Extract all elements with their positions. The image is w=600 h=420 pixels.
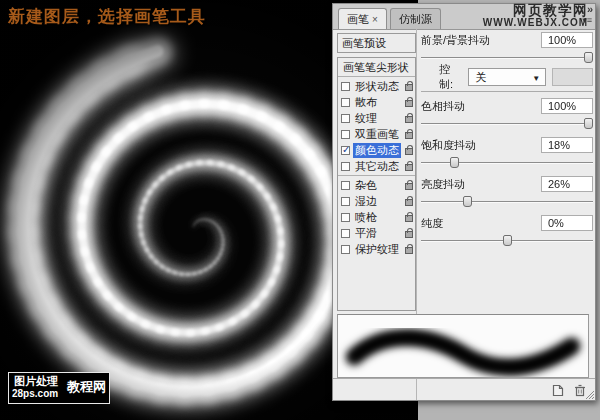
resize-grip-icon[interactable] — [585, 390, 594, 399]
slider-knob[interactable] — [584, 118, 593, 129]
logo-line1: 图片处理 — [14, 374, 58, 389]
checkbox[interactable] — [341, 130, 350, 139]
slider-knob[interactable] — [584, 52, 593, 63]
list-item-label: 纹理 — [353, 111, 379, 126]
list-item-wet-edges[interactable]: 湿边 — [338, 193, 415, 209]
brushes-panel: 画笔× 仿制源 » ▾≡ 画笔预设 画笔笔尖形状 — [332, 3, 596, 401]
checkbox[interactable] — [341, 82, 350, 91]
fg-bg-jitter-label: 前景/背景抖动 — [421, 33, 490, 48]
tab-brushes-label: 画笔 — [347, 13, 369, 25]
stroke-preview-graphic — [338, 315, 588, 377]
28ps-logo: 图片处理 28ps.com 教程网 — [8, 372, 110, 404]
slider-knob[interactable] — [450, 157, 459, 168]
list-item-label: 画笔笔尖形状 — [341, 60, 411, 75]
list-item-shape-dynamics[interactable]: 形状动态 — [338, 78, 415, 94]
list-item-color-dynamics[interactable]: 颜色动态 — [338, 142, 415, 158]
logo-line2: 28ps.com — [12, 388, 58, 399]
list-item-smoothing[interactable]: 平滑 — [338, 225, 415, 241]
close-icon[interactable]: × — [372, 14, 378, 25]
purity-label: 纯度 — [421, 216, 443, 231]
collapse-arrows-icon[interactable]: » — [587, 3, 592, 15]
hue-jitter-slider[interactable] — [421, 117, 593, 130]
lock-icon[interactable] — [405, 199, 413, 206]
list-item-scattering[interactable]: 散布 — [338, 94, 415, 110]
lock-icon[interactable] — [405, 183, 413, 190]
checkbox[interactable] — [341, 229, 350, 238]
color-dynamics-settings: 前景/背景抖动 100% 控制: 关 ▼ 色相抖动 — [421, 31, 593, 250]
tab-clone-source[interactable]: 仿制源 — [390, 8, 441, 29]
tutorial-caption: 新建图层，选择画笔工具 — [8, 5, 206, 28]
checkbox[interactable] — [341, 197, 350, 206]
tab-clone-source-label: 仿制源 — [399, 13, 432, 25]
brush-presets-item[interactable]: 画笔预设 — [337, 33, 416, 53]
lock-icon[interactable] — [405, 247, 413, 254]
list-item-noise[interactable]: 杂色 — [338, 177, 415, 193]
slider-knob[interactable] — [503, 235, 512, 246]
brush-presets-label: 画笔预设 — [342, 36, 386, 51]
slider-knob[interactable] — [463, 196, 472, 207]
panel-menu-icon[interactable]: ▾≡ — [582, 16, 592, 25]
hue-jitter-label: 色相抖动 — [421, 99, 465, 114]
slider-track[interactable] — [421, 162, 593, 164]
list-item-label: 保护纹理 — [353, 242, 401, 257]
panel-corner-controls: » ▾≡ — [582, 5, 592, 25]
panel-bottom-bar — [333, 378, 595, 401]
control-dropdown[interactable]: 关 ▼ — [468, 68, 546, 86]
lock-icon[interactable] — [405, 132, 413, 139]
list-item-label: 颜色动态 — [353, 143, 401, 158]
checkbox-checked[interactable] — [341, 146, 350, 155]
list-item-label: 双重画笔 — [353, 127, 401, 142]
fg-bg-jitter-slider[interactable] — [421, 51, 593, 64]
chevron-down-icon: ▼ — [532, 74, 540, 83]
control-amount-disabled — [552, 68, 593, 86]
control-label: 控制: — [439, 62, 463, 92]
saturation-jitter-label: 饱和度抖动 — [421, 138, 476, 153]
brightness-jitter-slider[interactable] — [421, 195, 593, 208]
hue-jitter-value[interactable]: 100% — [541, 98, 593, 114]
checkbox[interactable] — [341, 245, 350, 254]
brush-stroke-preview — [337, 314, 589, 378]
lock-icon[interactable] — [405, 231, 413, 238]
fg-bg-jitter-value[interactable]: 100% — [541, 32, 593, 48]
checkbox[interactable] — [341, 213, 350, 222]
lock-icon[interactable] — [405, 148, 413, 155]
checkbox[interactable] — [341, 114, 350, 123]
list-item-texture[interactable]: 纹理 — [338, 110, 415, 126]
list-item-label: 平滑 — [353, 226, 379, 241]
checkbox[interactable] — [341, 162, 350, 171]
list-item-protect-texture[interactable]: 保护纹理 — [338, 241, 415, 257]
list-divider — [338, 175, 415, 176]
checkbox[interactable] — [341, 181, 350, 190]
list-divider — [338, 76, 415, 77]
list-item-label: 散布 — [353, 95, 379, 110]
brightness-jitter-value[interactable]: 26% — [541, 176, 593, 192]
saturation-jitter-slider[interactable] — [421, 156, 593, 169]
list-item-label: 喷枪 — [353, 210, 379, 225]
list-item-label: 湿边 — [353, 194, 379, 209]
list-item-label: 杂色 — [353, 178, 379, 193]
new-brush-icon[interactable] — [550, 384, 564, 397]
purity-slider[interactable] — [421, 234, 593, 247]
purity-value[interactable]: 0% — [541, 215, 593, 231]
lock-icon[interactable] — [405, 116, 413, 123]
tab-brushes[interactable]: 画笔× — [338, 8, 387, 29]
lock-icon[interactable] — [405, 84, 413, 91]
saturation-jitter-value[interactable]: 18% — [541, 137, 593, 153]
slider-track[interactable] — [421, 123, 593, 125]
panel-tab-bar: 画笔× 仿制源 » ▾≡ — [333, 4, 595, 30]
list-item-airbrush[interactable]: 喷枪 — [338, 209, 415, 225]
lock-icon[interactable] — [405, 164, 413, 171]
checkbox[interactable] — [341, 98, 350, 107]
list-item-label: 形状动态 — [353, 79, 401, 94]
slider-track[interactable] — [421, 201, 593, 203]
brightness-jitter-label: 亮度抖动 — [421, 177, 465, 192]
lock-icon[interactable] — [405, 215, 413, 222]
list-item-brush-tip-shape[interactable]: 画笔笔尖形状 — [338, 59, 415, 75]
panel-body: 画笔预设 画笔笔尖形状 形状动态 散布 — [333, 29, 595, 400]
logo-suffix: 教程网 — [67, 378, 106, 396]
lock-icon[interactable] — [405, 100, 413, 107]
list-item-label: 其它动态 — [353, 159, 401, 174]
list-item-dual-brush[interactable]: 双重画笔 — [338, 126, 415, 142]
list-item-other-dynamics[interactable]: 其它动态 — [338, 158, 415, 174]
slider-track[interactable] — [421, 57, 593, 59]
